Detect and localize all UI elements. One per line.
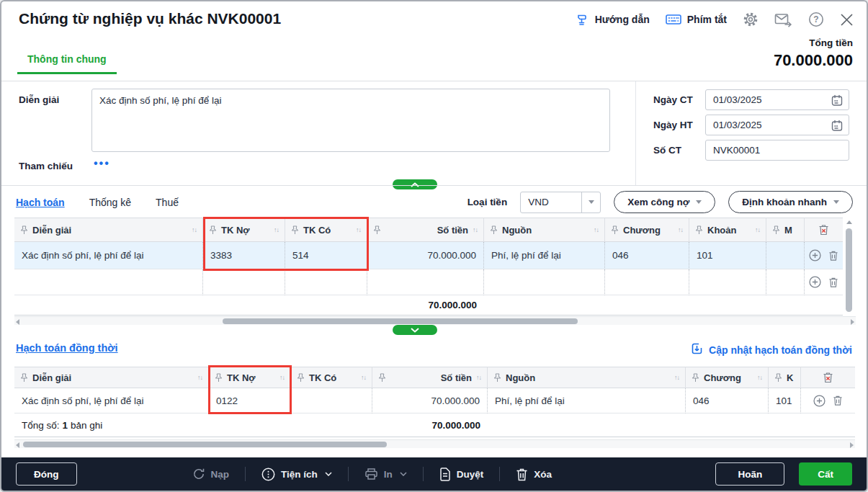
- xoa-button[interactable]: Xóa: [516, 468, 552, 481]
- delete-row-icon[interactable]: [828, 277, 838, 288]
- col-header-nguon[interactable]: Nguồn ↑↓: [488, 367, 686, 388]
- scrollbar-thumb[interactable]: [846, 228, 852, 312]
- col-header-muc[interactable]: M: [766, 218, 805, 242]
- sort-icon[interactable]: ↑↓: [476, 374, 481, 381]
- add-row-icon[interactable]: [809, 249, 821, 261]
- cell-tk-co[interactable]: [291, 388, 372, 413]
- ngay-ht-input[interactable]: 01/03/2025: [705, 115, 849, 135]
- footer-toolbar: Đóng Nạp Tiện ích In Duyệt: [1, 457, 867, 491]
- horizontal-scrollbar[interactable]: [14, 316, 856, 325]
- tab-hach-toan[interactable]: Hạch toán: [16, 197, 65, 208]
- sort-icon[interactable]: ↑↓: [594, 226, 599, 233]
- sort-icon[interactable]: ↑↓: [674, 374, 679, 381]
- sort-icon[interactable]: ↑↓: [197, 374, 202, 381]
- so-ct-input[interactable]: NVK00001: [705, 140, 849, 161]
- horizontal-scrollbar[interactable]: [14, 439, 855, 448]
- sort-icon[interactable]: ↑↓: [356, 226, 361, 233]
- sort-icon[interactable]: ↑↓: [361, 374, 366, 381]
- scrollbar-thumb[interactable]: [223, 318, 578, 324]
- cell-dien-giai[interactable]: Xác định số phí, lệ phí để lại: [14, 388, 209, 413]
- vertical-scrollbar[interactable]: [844, 219, 854, 324]
- cell-empty[interactable]: [766, 269, 805, 295]
- cell-so-tien[interactable]: 70.000.000: [367, 242, 484, 269]
- sort-icon[interactable]: ↑↓: [473, 226, 478, 233]
- cell-nguon[interactable]: Phí, lệ phí để lại: [484, 242, 605, 269]
- cell-nguon[interactable]: Phí, lệ phí để lại: [488, 388, 686, 413]
- tien-ich-button[interactable]: Tiện ích: [261, 468, 332, 481]
- ngay-ct-input[interactable]: 01/03/2025: [705, 89, 849, 110]
- collapse-form-button[interactable]: [393, 179, 437, 189]
- cap-nhat-hach-toan-button[interactable]: Cập nhật hạch toán đồng thời: [691, 342, 852, 357]
- calendar-icon[interactable]: [831, 120, 843, 134]
- shortcut-keys-button[interactable]: Phím tắt: [666, 14, 727, 25]
- duyet-button[interactable]: Duyệt: [439, 468, 484, 481]
- cell-empty[interactable]: [285, 269, 367, 295]
- loai-tien-select[interactable]: VND: [520, 192, 601, 213]
- send-email-icon[interactable]: [774, 12, 792, 27]
- tab-thong-ke[interactable]: Thống kê: [89, 197, 131, 208]
- col-header-tk-co[interactable]: TK Có ↑↓: [291, 367, 372, 388]
- sort-icon[interactable]: ↑↓: [757, 374, 762, 381]
- sort-icon[interactable]: ↑↓: [279, 374, 285, 381]
- scrollbar-thumb[interactable]: [23, 442, 387, 447]
- cell-empty[interactable]: [203, 269, 285, 295]
- tab-thue[interactable]: Thuế: [156, 197, 179, 208]
- col-header-khoan[interactable]: K: [769, 367, 801, 388]
- cell-so-tien[interactable]: 70.000.000: [372, 388, 488, 413]
- col-header-chuong[interactable]: Chương ↑↓: [686, 367, 769, 388]
- help-guide-button[interactable]: Hướng dẫn: [576, 13, 650, 27]
- hach-toan-dong-thoi-link[interactable]: Hạch toán đồng thời: [16, 342, 118, 354]
- cell-empty[interactable]: [367, 269, 484, 295]
- help-question-icon[interactable]: ?: [808, 12, 824, 27]
- hoan-button[interactable]: Hoãn: [715, 462, 784, 486]
- xem-cong-no-button[interactable]: Xem công nợ: [614, 191, 715, 213]
- dinh-khoan-nhanh-button[interactable]: Định khoản nhanh: [728, 191, 853, 213]
- delete-row-icon[interactable]: [828, 250, 838, 261]
- col-header-khoan[interactable]: Khoản ↑↓: [689, 218, 766, 242]
- cell-tk-no[interactable]: 3383: [203, 242, 285, 269]
- cell-khoan[interactable]: 101: [689, 242, 766, 269]
- delete-row-icon[interactable]: [833, 395, 843, 406]
- sort-icon[interactable]: ↑↓: [274, 226, 279, 233]
- col-header-tk-no[interactable]: TK Nợ ↑↓: [203, 218, 285, 242]
- cell-tk-co[interactable]: 514: [285, 242, 367, 269]
- cell-chuong[interactable]: 046: [686, 388, 769, 413]
- cell-empty[interactable]: [484, 269, 605, 295]
- divider: [1, 81, 867, 81]
- delete-all-rows-button[interactable]: [805, 218, 843, 242]
- cell-muc[interactable]: [766, 242, 805, 269]
- tham-chieu-more-button[interactable]: •••: [94, 157, 110, 170]
- collapse-table-button[interactable]: [393, 325, 437, 335]
- sort-icon[interactable]: ↑↓: [678, 226, 683, 233]
- tab-thong-tin-chung[interactable]: Thông tin chung: [17, 53, 117, 74]
- sort-icon[interactable]: ↑↓: [192, 226, 197, 233]
- col-header-so-tien[interactable]: Số tiền ↑↓: [372, 367, 488, 388]
- cell-khoan[interactable]: 101: [769, 388, 801, 413]
- calendar-icon[interactable]: [831, 94, 843, 109]
- col-header-chuong[interactable]: Chương ↑↓: [605, 218, 689, 242]
- cell-chuong[interactable]: 046: [605, 242, 689, 269]
- settings-gear-icon[interactable]: [743, 12, 759, 27]
- cell-empty[interactable]: [605, 269, 689, 295]
- delete-all-rows-button[interactable]: [801, 367, 855, 388]
- col-header-dien-giai[interactable]: Diễn giải ↑↓: [14, 218, 203, 242]
- cat-button[interactable]: Cất: [799, 462, 852, 486]
- cell-empty[interactable]: [689, 269, 766, 295]
- dien-giai-input[interactable]: [91, 89, 610, 152]
- cell-tk-no[interactable]: 0122: [209, 388, 291, 413]
- add-row-icon[interactable]: [809, 276, 821, 288]
- sort-icon[interactable]: ↑↓: [755, 226, 760, 233]
- col-header-tk-co[interactable]: TK Có ↑↓: [285, 218, 367, 242]
- chevron-down-icon[interactable]: [581, 192, 600, 213]
- col-header-nguon[interactable]: Nguồn ↑↓: [484, 218, 605, 242]
- add-row-icon[interactable]: [813, 395, 826, 407]
- in-button[interactable]: In: [364, 468, 407, 480]
- col-header-tk-no[interactable]: TK Nợ ↑↓: [209, 367, 291, 388]
- cell-empty[interactable]: [14, 269, 203, 295]
- nap-button[interactable]: Nạp: [192, 468, 230, 480]
- close-icon[interactable]: [840, 13, 854, 27]
- col-header-so-tien[interactable]: Số tiền ↑↓: [367, 218, 484, 242]
- col-header-dien-giai[interactable]: Diễn giải ↑↓: [14, 367, 209, 388]
- cell-dien-giai[interactable]: Xác định số phí, lệ phí để lại: [14, 242, 203, 269]
- dong-button[interactable]: Đóng: [16, 462, 77, 486]
